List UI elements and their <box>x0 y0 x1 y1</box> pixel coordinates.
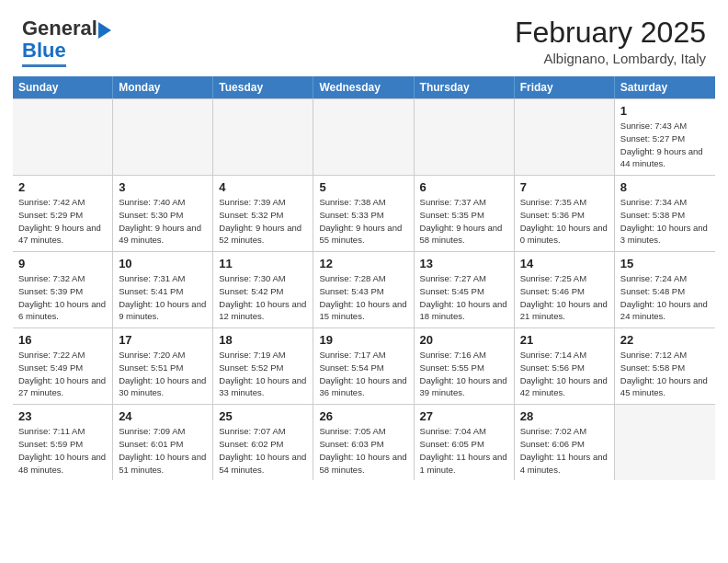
calendar-cell <box>113 99 213 175</box>
day-number: 17 <box>119 333 207 347</box>
calendar-body: 1Sunrise: 7:43 AMSunset: 5:27 PMDaylight… <box>13 98 715 480</box>
day-detail: Sunrise: 7:30 AMSunset: 5:42 PMDaylight:… <box>219 272 307 323</box>
day-number: 28 <box>520 409 609 423</box>
calendar-cell <box>515 99 615 175</box>
calendar-cell <box>615 405 715 480</box>
logo-general: General <box>22 17 97 40</box>
calendar-cell <box>313 99 414 175</box>
day-number: 24 <box>119 409 207 423</box>
day-detail: Sunrise: 7:04 AMSunset: 6:05 PMDaylight:… <box>420 425 508 476</box>
calendar-row-3: 16Sunrise: 7:22 AMSunset: 5:49 PMDayligh… <box>13 327 715 404</box>
calendar-cell: 19Sunrise: 7:17 AMSunset: 5:54 PMDayligh… <box>313 328 414 404</box>
logo: General Blue <box>22 17 111 67</box>
day-detail: Sunrise: 7:37 AMSunset: 5:35 PMDaylight:… <box>420 196 508 247</box>
header: General Blue February 2025 Albignano, Lo… <box>0 0 728 76</box>
day-number: 6 <box>420 180 508 194</box>
page: General Blue February 2025 Albignano, Lo… <box>0 0 728 563</box>
day-number: 25 <box>219 409 307 423</box>
calendar-row-1: 2Sunrise: 7:42 AMSunset: 5:29 PMDaylight… <box>13 175 715 251</box>
day-detail: Sunrise: 7:22 AMSunset: 5:49 PMDaylight:… <box>18 349 107 399</box>
day-number: 14 <box>520 257 609 270</box>
calendar-cell: 23Sunrise: 7:11 AMSunset: 5:59 PMDayligh… <box>13 405 113 480</box>
day-detail: Sunrise: 7:05 AMSunset: 6:03 PMDaylight:… <box>319 425 407 476</box>
calendar-cell: 3Sunrise: 7:40 AMSunset: 5:30 PMDaylight… <box>113 176 213 251</box>
day-detail: Sunrise: 7:38 AMSunset: 5:33 PMDaylight:… <box>319 196 407 247</box>
calendar-header-wednesday: Wednesday <box>313 76 414 98</box>
day-number: 13 <box>420 257 508 270</box>
day-number: 11 <box>219 257 307 270</box>
calendar-header-saturday: Saturday <box>615 76 715 98</box>
month-title: February 2025 <box>515 17 706 49</box>
day-detail: Sunrise: 7:19 AMSunset: 5:52 PMDaylight:… <box>219 349 307 399</box>
calendar-cell: 13Sunrise: 7:27 AMSunset: 5:45 PMDayligh… <box>415 252 515 327</box>
day-detail: Sunrise: 7:31 AMSunset: 5:41 PMDaylight:… <box>119 272 207 323</box>
calendar-cell: 28Sunrise: 7:02 AMSunset: 6:06 PMDayligh… <box>515 405 615 480</box>
day-number: 4 <box>219 180 307 194</box>
day-detail: Sunrise: 7:12 AMSunset: 5:58 PMDaylight:… <box>620 349 710 399</box>
day-number: 2 <box>18 180 107 194</box>
day-detail: Sunrise: 7:11 AMSunset: 5:59 PMDaylight:… <box>18 425 107 476</box>
calendar-cell: 27Sunrise: 7:04 AMSunset: 6:05 PMDayligh… <box>415 405 515 480</box>
calendar-header: SundayMondayTuesdayWednesdayThursdayFrid… <box>13 76 715 98</box>
calendar-row-0: 1Sunrise: 7:43 AMSunset: 5:27 PMDaylight… <box>13 98 715 175</box>
calendar-cell: 9Sunrise: 7:32 AMSunset: 5:39 PMDaylight… <box>13 252 113 327</box>
calendar-cell: 24Sunrise: 7:09 AMSunset: 6:01 PMDayligh… <box>113 405 213 480</box>
logo-blue: Blue <box>22 39 66 63</box>
calendar-cell: 10Sunrise: 7:31 AMSunset: 5:41 PMDayligh… <box>113 252 213 327</box>
day-detail: Sunrise: 7:42 AMSunset: 5:29 PMDaylight:… <box>18 196 107 247</box>
day-number: 3 <box>119 180 207 194</box>
calendar-cell: 26Sunrise: 7:05 AMSunset: 6:03 PMDayligh… <box>313 405 414 480</box>
calendar-cell: 18Sunrise: 7:19 AMSunset: 5:52 PMDayligh… <box>213 328 313 404</box>
logo-text: General <box>22 17 111 40</box>
day-detail: Sunrise: 7:43 AMSunset: 5:27 PMDaylight:… <box>620 120 710 170</box>
calendar-row-2: 9Sunrise: 7:32 AMSunset: 5:39 PMDaylight… <box>13 251 715 327</box>
calendar-cell: 17Sunrise: 7:20 AMSunset: 5:51 PMDayligh… <box>113 328 213 404</box>
day-number: 27 <box>420 409 508 423</box>
day-number: 12 <box>319 257 407 270</box>
day-detail: Sunrise: 7:39 AMSunset: 5:32 PMDaylight:… <box>219 196 307 247</box>
calendar-cell: 25Sunrise: 7:07 AMSunset: 6:02 PMDayligh… <box>213 405 313 480</box>
day-number: 19 <box>319 333 407 347</box>
calendar-header-tuesday: Tuesday <box>213 76 313 98</box>
calendar-header-thursday: Thursday <box>415 76 515 98</box>
calendar-header-friday: Friday <box>515 76 615 98</box>
calendar-cell: 7Sunrise: 7:35 AMSunset: 5:36 PMDaylight… <box>515 176 615 251</box>
day-number: 21 <box>520 333 609 347</box>
title-section: February 2025 Albignano, Lombardy, Italy <box>515 17 706 66</box>
calendar-cell: 4Sunrise: 7:39 AMSunset: 5:32 PMDaylight… <box>213 176 313 251</box>
day-number: 7 <box>520 180 609 194</box>
day-number: 10 <box>119 257 207 270</box>
calendar-cell: 22Sunrise: 7:12 AMSunset: 5:58 PMDayligh… <box>615 328 715 404</box>
svg-marker-0 <box>98 22 111 39</box>
day-detail: Sunrise: 7:24 AMSunset: 5:48 PMDaylight:… <box>620 272 710 323</box>
day-detail: Sunrise: 7:20 AMSunset: 5:51 PMDaylight:… <box>119 349 207 399</box>
calendar-cell: 14Sunrise: 7:25 AMSunset: 5:46 PMDayligh… <box>515 252 615 327</box>
calendar-cell <box>13 99 113 175</box>
calendar-cell: 8Sunrise: 7:34 AMSunset: 5:38 PMDaylight… <box>615 176 715 251</box>
day-number: 5 <box>319 180 407 194</box>
day-number: 26 <box>319 409 407 423</box>
day-detail: Sunrise: 7:07 AMSunset: 6:02 PMDaylight:… <box>219 425 307 476</box>
calendar-header-sunday: Sunday <box>13 76 113 98</box>
day-number: 1 <box>620 104 710 118</box>
day-number: 9 <box>18 257 107 270</box>
calendar-cell: 12Sunrise: 7:28 AMSunset: 5:43 PMDayligh… <box>313 252 414 327</box>
day-detail: Sunrise: 7:32 AMSunset: 5:39 PMDaylight:… <box>18 272 107 323</box>
day-number: 15 <box>620 257 710 270</box>
day-detail: Sunrise: 7:34 AMSunset: 5:38 PMDaylight:… <box>620 196 710 247</box>
calendar-cell: 1Sunrise: 7:43 AMSunset: 5:27 PMDaylight… <box>615 99 715 175</box>
day-detail: Sunrise: 7:17 AMSunset: 5:54 PMDaylight:… <box>319 349 407 399</box>
day-detail: Sunrise: 7:14 AMSunset: 5:56 PMDaylight:… <box>520 349 609 399</box>
calendar-cell: 11Sunrise: 7:30 AMSunset: 5:42 PMDayligh… <box>213 252 313 327</box>
calendar-cell: 21Sunrise: 7:14 AMSunset: 5:56 PMDayligh… <box>515 328 615 404</box>
calendar-cell <box>415 99 515 175</box>
day-detail: Sunrise: 7:09 AMSunset: 6:01 PMDaylight:… <box>119 425 207 476</box>
calendar-cell <box>213 99 313 175</box>
day-number: 8 <box>620 180 710 194</box>
calendar-cell: 16Sunrise: 7:22 AMSunset: 5:49 PMDayligh… <box>13 328 113 404</box>
day-number: 18 <box>219 333 307 347</box>
day-detail: Sunrise: 7:27 AMSunset: 5:45 PMDaylight:… <box>420 272 508 323</box>
day-number: 16 <box>18 333 107 347</box>
day-detail: Sunrise: 7:25 AMSunset: 5:46 PMDaylight:… <box>520 272 609 323</box>
calendar-row-4: 23Sunrise: 7:11 AMSunset: 5:59 PMDayligh… <box>13 404 715 480</box>
